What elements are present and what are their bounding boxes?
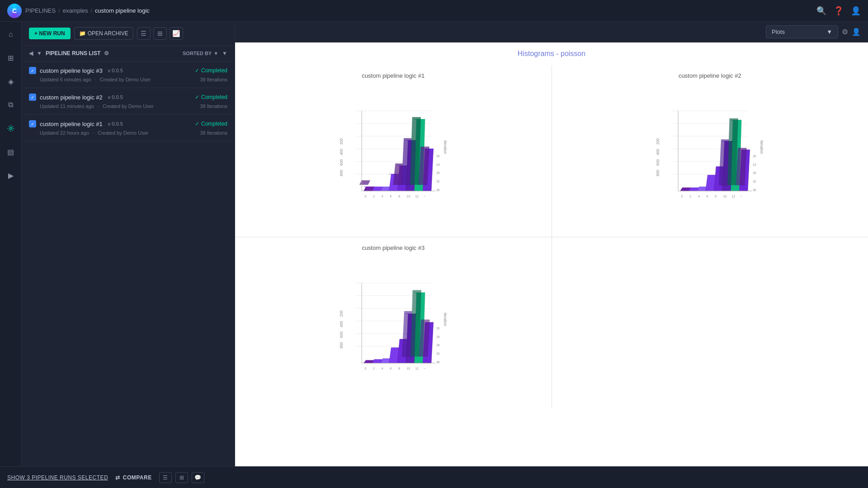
breadcrumb-current: custom pipeline logic: [95, 7, 150, 14]
plots-settings-button[interactable]: ⚙: [842, 28, 848, 36]
top-nav: C PIPELINES / examples / custom pipeline…: [0, 0, 868, 22]
run-checkbox[interactable]: ✓: [29, 94, 36, 101]
toolbar-icons: ☰ ⊞ 📈: [137, 27, 183, 40]
svg-text:800: 800: [339, 169, 344, 176]
help-icon[interactable]: ❓: [834, 6, 844, 16]
svg-text:12: 12: [732, 194, 736, 197]
show-selected-button[interactable]: SHOW 3 PIPELINE RUNS SELECTED: [7, 474, 108, 481]
filter-settings-icon[interactable]: ⚙: [104, 50, 109, 56]
sidebar-item-reports[interactable]: ▤: [4, 145, 18, 159]
svg-text:~: ~: [424, 366, 425, 370]
plot-svg-container: 800 600 400 200 Iteration: [242, 84, 544, 230]
user-avatar[interactable]: 👤: [851, 6, 861, 16]
plots-main-title: Histograms - poisson: [235, 42, 868, 65]
run-item[interactable]: ✓ custom pipeline logic #2 v 0.0.5 ✓ Com…: [22, 88, 235, 115]
histogram-chart: 800 600 400 200 Iteration: [646, 89, 773, 225]
sidebar-item-pipelines[interactable]: [4, 121, 18, 136]
run-item[interactable]: ✓ custom pipeline logic #1 v 0.0.5 ✓ Com…: [22, 115, 235, 141]
svg-text:24: 24: [436, 335, 440, 338]
svg-text:0: 0: [364, 194, 366, 197]
plots-user-button[interactable]: 👤: [852, 28, 861, 36]
histogram-chart: 800 600 400 200 Iteration: [330, 262, 457, 397]
svg-text:28: 28: [436, 171, 440, 174]
plot-svg-container: 800 600 400 200 Iteration: [559, 84, 861, 230]
svg-text:10: 10: [407, 194, 410, 197]
run-item[interactable]: ✓ custom pipeline logic #3 v 0.0.5 ✓ Com…: [22, 61, 235, 88]
sidebar-item-datasets[interactable]: ⧉: [4, 98, 18, 112]
svg-text:2: 2: [373, 194, 375, 197]
compare-button[interactable]: ⇄ COMPARE: [115, 474, 151, 481]
run-item-header: ✓ custom pipeline logic #3 v 0.0.5 ✓ Com…: [29, 67, 227, 74]
svg-text:200: 200: [339, 138, 344, 144]
svg-text:24: 24: [436, 163, 440, 166]
run-checkbox[interactable]: ✓: [29, 120, 36, 127]
run-item-header: ✓ custom pipeline logic #1 v 0.0.5 ✓ Com…: [29, 120, 227, 127]
histogram-chart: 800 600 400 200 Iteration: [330, 89, 457, 225]
svg-text:400: 400: [656, 149, 660, 155]
run-item-header: ✓ custom pipeline logic #2 v 0.0.5 ✓ Com…: [29, 94, 227, 101]
svg-text:8: 8: [398, 194, 400, 197]
svg-text:10: 10: [723, 194, 727, 197]
chart-view-button[interactable]: 📈: [170, 27, 183, 40]
sidebar-item-deploy[interactable]: ▶: [4, 168, 18, 183]
runs-list: ✓ custom pipeline logic #3 v 0.0.5 ✓ Com…: [22, 61, 235, 466]
search-icon[interactable]: 🔍: [816, 6, 826, 16]
svg-text:6: 6: [390, 194, 392, 197]
svg-text:32: 32: [436, 352, 440, 355]
runs-toolbar: + NEW RUN 📁 OPEN ARCHIVE ☰ ⊞ 📈: [22, 22, 235, 46]
run-version: v 0.0.5: [108, 94, 123, 100]
main-layout: ⌂ ⊞ ◈ ⧉ ▤ ▶ + NEW RUN 📁 OPEN ARCHIVE ☰ ⊞…: [0, 22, 868, 466]
plots-grid: custom pipeline logic #1: [235, 65, 868, 409]
svg-text:0: 0: [364, 366, 366, 370]
svg-text:~: ~: [740, 194, 742, 197]
filter-button[interactable]: ▼: [222, 50, 227, 56]
svg-text:32: 32: [436, 180, 440, 183]
svg-text:28: 28: [436, 343, 440, 347]
open-archive-button[interactable]: 📁 OPEN ARCHIVE: [74, 27, 133, 40]
plot-svg-container: 800 600 400 200 Iteration: [242, 257, 544, 402]
run-version: v 0.0.5: [108, 68, 123, 73]
plot-title: custom pipeline logic #2: [679, 72, 741, 79]
run-name: custom pipeline logic #1: [40, 121, 103, 127]
sort-button[interactable]: SORTED BY ▼: [183, 51, 218, 56]
sort-chevron-icon: ▼: [213, 51, 218, 56]
collapse-toggle-icon[interactable]: ▼: [37, 50, 42, 56]
svg-text:20: 20: [436, 155, 440, 158]
run-checkbox[interactable]: ✓: [29, 67, 36, 74]
sidebar-item-home[interactable]: ⌂: [4, 27, 18, 42]
bottom-list-view-button[interactable]: ☰: [159, 472, 172, 483]
svg-text:4: 4: [698, 194, 700, 197]
run-name: custom pipeline logic #3: [40, 67, 103, 74]
list-view-button[interactable]: ☰: [137, 27, 151, 40]
svg-text:36: 36: [436, 360, 440, 363]
status-check-icon: ✓: [195, 67, 199, 74]
svg-text:2: 2: [373, 366, 375, 370]
grid-view-button[interactable]: ⊞: [153, 27, 167, 40]
svg-text:10: 10: [407, 366, 410, 370]
bottom-grid-view-button[interactable]: ⊞: [175, 472, 188, 483]
status-check-icon: ✓: [195, 121, 199, 127]
dropdown-chevron-icon: ▼: [826, 28, 832, 35]
run-version: v 0.0.5: [108, 121, 123, 127]
plots-dropdown[interactable]: Plots ▼: [766, 25, 838, 38]
logo[interactable]: C: [7, 4, 22, 18]
bottom-bar: SHOW 3 PIPELINE RUNS SELECTED ⇄ COMPARE …: [0, 466, 868, 488]
sidebar-item-experiments[interactable]: ⊞: [4, 51, 18, 65]
svg-text:Iteration: Iteration: [443, 312, 448, 326]
svg-text:12: 12: [415, 194, 419, 197]
breadcrumb-pipelines[interactable]: PIPELINES: [25, 7, 56, 14]
svg-text:600: 600: [656, 159, 660, 165]
collapse-panel-button[interactable]: ◀: [29, 50, 33, 56]
breadcrumb-examples[interactable]: examples: [63, 7, 88, 14]
plot-cell-empty: [552, 237, 868, 409]
bottom-chart-view-button[interactable]: 💬: [192, 472, 204, 483]
svg-text:4: 4: [382, 194, 383, 197]
svg-text:200: 200: [339, 310, 344, 316]
svg-text:36: 36: [436, 188, 440, 191]
run-status: ✓ Completed: [195, 67, 227, 74]
run-meta: Updated 6 minutes ago · Created by Demo …: [29, 77, 227, 82]
sidebar-item-models[interactable]: ◈: [4, 74, 18, 89]
svg-marker-26: [359, 180, 370, 184]
new-run-button[interactable]: + NEW RUN: [29, 28, 71, 39]
run-status: ✓ Completed: [195, 121, 227, 127]
